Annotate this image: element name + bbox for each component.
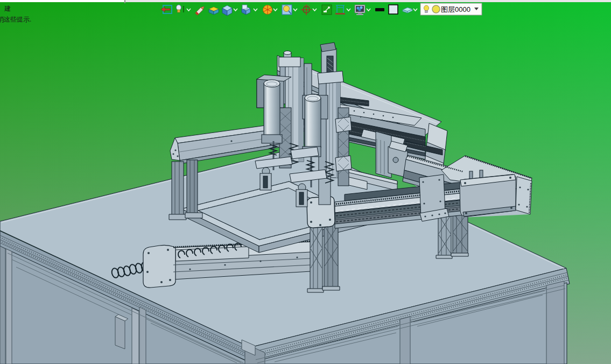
svg-text:消这些提示.: 消这些提示. (0, 16, 31, 23)
svg-text:建: 建 (4, 5, 11, 12)
svg-text:图层0000: 图层0000 (441, 5, 470, 13)
